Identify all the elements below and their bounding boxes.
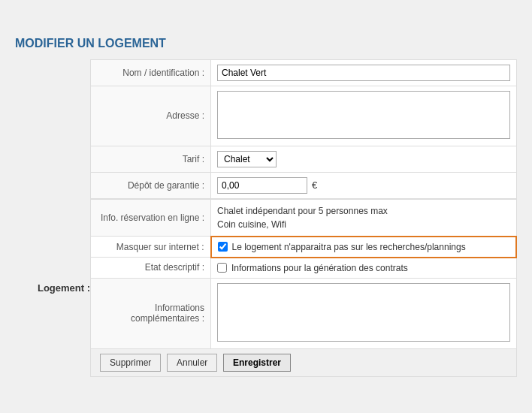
info-reservation-label: Info. réservation en ligne : <box>91 199 211 237</box>
infos-complementaires-label: Informations complémentaires : <box>91 278 211 348</box>
masquer-label: Masquer sur internet : <box>91 237 211 258</box>
logement-table: Info. réservation en ligne : Chalet indé… <box>90 199 517 377</box>
empty-section-label <box>15 59 90 199</box>
page-container: MODIFIER UN LOGEMENT Nom / identificatio… <box>0 26 532 388</box>
masquer-cell: Le logement n'apparaitra pas sur les rec… <box>211 237 517 258</box>
tarif-select[interactable]: Chalet Standard Premium <box>217 151 277 167</box>
etat-label: Etat descriptif : <box>91 258 211 279</box>
page-title: MODIFIER UN LOGEMENT <box>15 37 517 50</box>
masquer-text: Le logement n'apparaitra pas sur les rec… <box>232 242 466 252</box>
deposit-row: € <box>217 177 510 194</box>
etat-checkbox-label[interactable]: Informations pour la génération des cont… <box>217 263 510 273</box>
etat-cell: Informations pour la génération des cont… <box>211 258 517 279</box>
etat-text: Informations pour la génération des cont… <box>231 263 408 273</box>
adresse-cell <box>211 86 517 146</box>
masquer-checkbox[interactable] <box>218 242 228 252</box>
outer-form-table: Nom / identification : Adresse : <box>15 59 517 377</box>
form-table: Nom / identification : Adresse : <box>90 59 517 199</box>
euro-sign: € <box>312 179 317 191</box>
depot-cell: € <box>211 172 517 198</box>
info-reservation-text: Chalet indépendant pour 5 personnes maxC… <box>217 204 510 231</box>
logement-section-label: Logement : <box>15 199 90 377</box>
annuler-button[interactable]: Annuler <box>167 354 217 372</box>
nom-cell <box>211 59 517 86</box>
tarif-label: Tarif : <box>91 146 211 172</box>
depot-input[interactable] <box>217 177 307 194</box>
footer-row: Supprimer Annuler Enregistrer <box>91 348 517 376</box>
masquer-checkbox-label[interactable]: Le logement n'apparaitra pas sur les rec… <box>218 242 510 252</box>
section-label-text: Logement : <box>38 282 90 294</box>
etat-checkbox[interactable] <box>217 263 227 273</box>
info-reservation-cell: Chalet indépendant pour 5 personnes maxC… <box>211 199 517 237</box>
tarif-cell: Chalet Standard Premium <box>211 146 517 172</box>
nom-input[interactable] <box>217 65 510 81</box>
supprimer-button[interactable]: Supprimer <box>100 354 161 372</box>
depot-label: Dépôt de garantie : <box>91 172 211 198</box>
adresse-label: Adresse : <box>91 86 211 146</box>
infos-complementaires-cell <box>211 278 517 348</box>
infos-complementaires-textarea[interactable] <box>217 283 510 342</box>
enregistrer-button[interactable]: Enregistrer <box>223 354 291 372</box>
adresse-textarea[interactable] <box>217 91 510 139</box>
nom-label: Nom / identification : <box>91 59 211 86</box>
